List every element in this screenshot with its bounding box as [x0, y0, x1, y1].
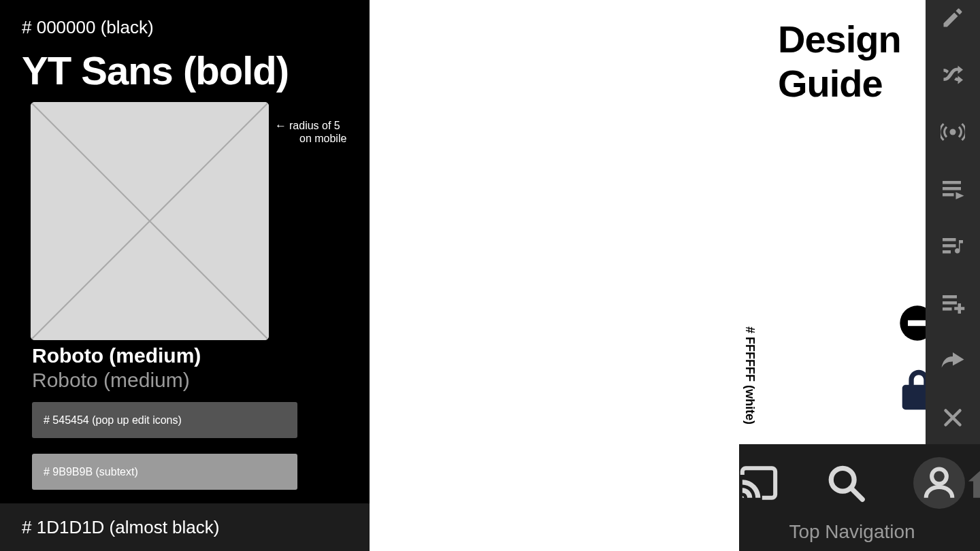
pencil-icon[interactable] — [941, 5, 965, 30]
bottom-bar: Top Navigation Bottom Navigation — [739, 444, 980, 551]
cast-icon[interactable] — [739, 463, 779, 503]
svg-rect-30 — [943, 193, 954, 197]
svg-rect-4 — [908, 320, 927, 326]
bottom-navigation-group: Bottom Navigation — [965, 444, 980, 551]
font-label-ytsans: YT Sans (bold) — [22, 48, 289, 93]
close-icon[interactable] — [941, 405, 965, 430]
top-navigation-group: Top Navigation — [739, 444, 965, 551]
svg-rect-35 — [943, 301, 957, 305]
person-icon — [919, 463, 959, 503]
home-icon[interactable] — [965, 463, 980, 503]
right-panel: # FFFFFF (white) Design Guide # FF0000 (… — [370, 0, 980, 551]
svg-point-27 — [950, 129, 956, 135]
svg-rect-29 — [943, 187, 961, 190]
svg-rect-36 — [943, 307, 952, 311]
color-label-black: # 000000 (black) — [22, 17, 154, 38]
top-nav-label: Top Navigation — [789, 521, 915, 543]
radio-icon[interactable] — [941, 120, 965, 144]
svg-rect-28 — [943, 181, 961, 184]
font-label-roboto-bold: Roboto (medium) — [32, 344, 201, 367]
search-icon[interactable] — [826, 463, 866, 503]
right-toolstrip — [926, 0, 980, 444]
color-label-almost-black: # 1D1D1D (almost black) — [22, 517, 219, 538]
left-panel: # 000000 (black) YT Sans (bold) ←radius … — [0, 0, 370, 551]
color-swatch-9b9b9b: # 9B9B9B (subtext) — [32, 454, 297, 490]
playlist-add-icon[interactable] — [941, 291, 965, 316]
color-label-white: # FFFFFF (white) — [742, 327, 757, 424]
shuffle-icon[interactable] — [941, 63, 965, 87]
share-icon[interactable] — [941, 348, 965, 373]
left-upper: # 000000 (black) YT Sans (bold) ←radius … — [0, 0, 370, 503]
svg-rect-38 — [954, 307, 964, 310]
svg-point-24 — [932, 469, 947, 484]
radius-note: ←radius of 5 on mobile — [275, 119, 363, 145]
svg-rect-34 — [943, 295, 957, 299]
playlist-music-icon[interactable] — [941, 234, 965, 258]
play-next-icon[interactable] — [941, 177, 965, 201]
image-placeholder — [31, 102, 269, 340]
svg-rect-31 — [943, 238, 956, 241]
color-swatch-545454: # 545454 (pop up edit icons) — [32, 402, 297, 438]
arrow-left-icon: ← — [275, 119, 287, 132]
svg-line-23 — [851, 488, 862, 499]
svg-rect-33 — [943, 250, 951, 254]
account-avatar[interactable] — [913, 457, 965, 509]
font-label-roboto-subtext: Roboto (medium) — [32, 369, 190, 392]
svg-rect-32 — [943, 244, 956, 248]
left-lower-bar: # 1D1D1D (almost black) — [0, 503, 370, 551]
